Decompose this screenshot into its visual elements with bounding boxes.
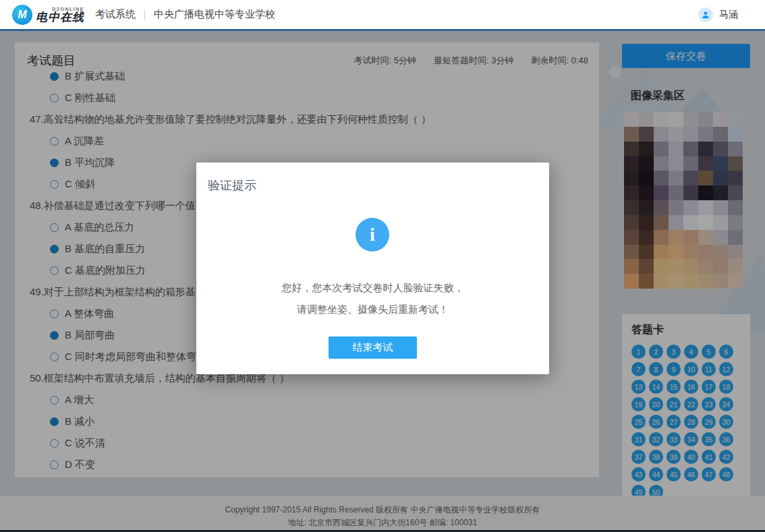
modal-title: 验证提示 <box>208 177 256 194</box>
user-avatar-icon <box>698 7 713 22</box>
modal-message: 您好，您本次考试交卷时人脸验证失败， 请调整坐姿、摄像头后重新考试！ <box>196 277 549 320</box>
brand-logo-icon: M <box>12 5 32 25</box>
brand-wordmark: DZONLINE 电中在线 <box>36 7 84 23</box>
modal-message-line2: 请调整坐姿、摄像头后重新考试！ <box>196 299 549 320</box>
top-navbar: M DZONLINE 电中在线 考试系统 中央广播电视中等专业学校 马涵 <box>0 0 765 29</box>
brand-name-zh: 电中在线 <box>36 11 84 23</box>
school-name: 中央广播电视中等专业学校 <box>154 8 275 21</box>
verification-modal: 验证提示 i 您好，您本次考试交卷时人脸验证失败， 请调整坐姿、摄像头后重新考试… <box>196 162 549 374</box>
modal-message-line1: 您好，您本次考试交卷时人脸验证失败， <box>196 277 549 299</box>
info-icon: i <box>356 218 389 252</box>
content-area: 考试题目 考试时间: 5分钟 最短答题时间: 3分钟 剩余时间: 0:48 B … <box>0 29 765 532</box>
system-label: 考试系统 <box>95 8 136 21</box>
end-exam-button[interactable]: 结束考试 <box>329 336 417 359</box>
exam-page: M DZONLINE 电中在线 考试系统 中央广播电视中等专业学校 马涵 <box>0 0 765 532</box>
header-divider <box>144 9 145 20</box>
user-area[interactable]: 马涵 <box>698 7 753 22</box>
user-name: 马涵 <box>719 9 738 21</box>
